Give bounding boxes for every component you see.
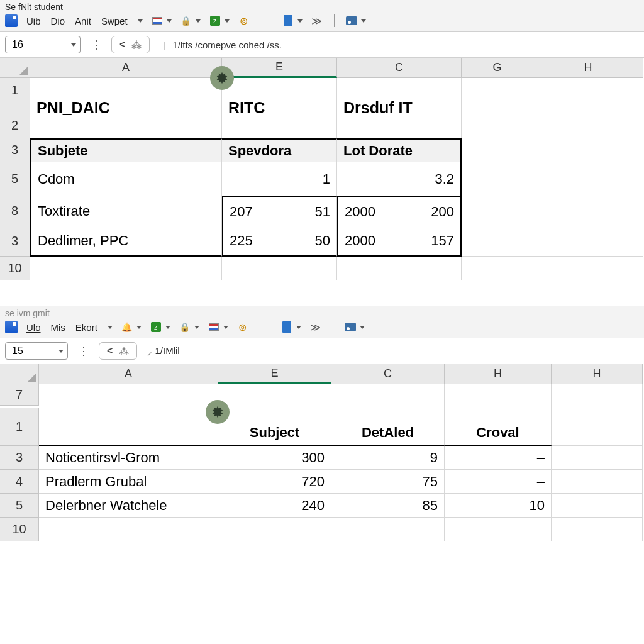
brush-icon[interactable]: ⁂ <box>119 345 129 357</box>
cell-G9[interactable] <box>462 226 533 257</box>
toolbar-flag-2[interactable] <box>207 320 228 334</box>
menu-dio[interactable]: Dio <box>50 16 67 26</box>
cell-E3-2[interactable]: 300 <box>218 446 331 470</box>
select-all-corner-2[interactable] <box>0 364 39 384</box>
cell-H8[interactable] <box>533 196 643 226</box>
cell-A3-2[interactable]: Noticentirsvl-Grom <box>39 446 218 470</box>
vertical-dots-icon[interactable]: ⋮ <box>87 38 105 52</box>
cell-H5b-2[interactable] <box>552 494 643 518</box>
toolbar-green[interactable]: z <box>208 14 230 28</box>
cell-C3-2[interactable]: 9 <box>331 446 445 470</box>
cell-H7b-2[interactable] <box>552 384 643 408</box>
toolbar-doc[interactable] <box>281 14 303 28</box>
menu-swpet[interactable]: Swpet <box>100 16 129 26</box>
select-all-corner[interactable] <box>0 58 30 78</box>
cell-G10[interactable] <box>462 257 533 280</box>
cell-C8[interactable]: 2000 200 <box>337 196 462 226</box>
cell-G5[interactable] <box>462 162 533 196</box>
row-header-10b[interactable]: 10 <box>0 518 39 541</box>
row-header-7[interactable]: 7 <box>0 384 39 406</box>
cell-E5-2[interactable]: 240 <box>218 494 331 518</box>
cell-C5[interactable]: 3.2 <box>337 162 462 196</box>
formula-bar[interactable]: | 1/ltfs /comepve cohed /ss. <box>156 40 639 50</box>
toolbar-globe[interactable]: ⊚ <box>237 14 251 28</box>
menu-caret-icon[interactable] <box>138 19 143 23</box>
cell-E10[interactable] <box>222 257 337 280</box>
spreadsheet-grid[interactable]: A E C G H 1 2 PNI_DAIC RITC Drsduf IT 3 … <box>0 58 644 280</box>
col-header-E[interactable]: E <box>222 58 337 78</box>
menu-anit[interactable]: Anit <box>74 16 92 26</box>
cell-E7-2[interactable] <box>218 384 331 408</box>
cell-E3[interactable]: Spevdora <box>222 138 337 162</box>
cell-E1[interactable]: RITC <box>222 78 337 138</box>
cell-H4-2[interactable]: – <box>445 470 552 494</box>
cell-C4-2[interactable]: 75 <box>331 470 445 494</box>
cell-A5[interactable]: Cdom <box>30 162 222 196</box>
cell-A8[interactable]: Toxtirate <box>30 196 222 226</box>
toolbar-doc-2[interactable] <box>280 320 301 334</box>
cell-H3[interactable] <box>533 138 643 162</box>
app-icon[interactable] <box>5 321 18 333</box>
menu-caret-icon[interactable] <box>108 326 113 329</box>
cell-H9[interactable] <box>533 226 643 257</box>
cell-C3[interactable]: Lot Dorate <box>337 138 462 162</box>
toolbar-share-2[interactable] <box>309 320 323 334</box>
cell-E10-2[interactable] <box>218 518 331 541</box>
cell-C10[interactable] <box>337 257 462 280</box>
row-header-5b[interactable]: 5 <box>0 494 39 518</box>
cell-C5-2[interactable]: 85 <box>331 494 445 518</box>
row-header-8[interactable]: 8 <box>0 196 30 226</box>
cell-A1-2[interactable] <box>39 408 218 446</box>
formula-bar-2[interactable]: ⸝ 1/IMlil <box>143 345 639 357</box>
toolbar-share[interactable] <box>310 14 324 28</box>
cell-A1[interactable]: PNI_DAIC <box>30 78 222 138</box>
col-header-A-2[interactable]: A <box>39 364 218 384</box>
row-header-4b[interactable]: 4 <box>0 470 39 494</box>
cell-A5-2[interactable]: Delerbner Watchele <box>39 494 218 518</box>
col-header-E-2[interactable]: E <box>218 364 331 384</box>
cell-H10b-2[interactable] <box>552 518 643 541</box>
less-than-icon[interactable]: < <box>119 39 125 50</box>
col-header-A[interactable]: A <box>30 58 222 78</box>
row-header-1-2[interactable]: 1 2 <box>0 78 30 138</box>
toolbar-picture[interactable] <box>345 14 366 28</box>
toolbar-lock[interactable] <box>179 14 201 28</box>
col-header-C-2[interactable]: C <box>331 364 445 384</box>
menu-mis[interactable]: Mis <box>50 322 67 333</box>
cell-A4-2[interactable]: Pradlerm Grubal <box>39 470 218 494</box>
toolbar-picture-2[interactable] <box>343 320 365 334</box>
cell-A10[interactable] <box>30 257 222 280</box>
toolbar-globe-2[interactable]: ⊚ <box>236 320 250 334</box>
toolbar-green-2[interactable]: z <box>149 320 170 334</box>
row-header-3[interactable]: 3 <box>0 138 30 162</box>
cell-H3b-2[interactable] <box>552 446 643 470</box>
cell-H7-2[interactable] <box>445 384 552 408</box>
col-header-C[interactable]: C <box>337 58 462 78</box>
cell-C9[interactable]: 2000 157 <box>337 226 462 257</box>
cell-H5[interactable] <box>533 162 643 196</box>
toolbar-lock-2[interactable] <box>178 320 199 334</box>
cell-H10[interactable] <box>533 257 643 280</box>
name-box[interactable]: 16 <box>5 36 80 53</box>
cell-G1[interactable] <box>462 78 533 138</box>
cell-H5-2[interactable]: 10 <box>445 494 552 518</box>
cell-H3-2[interactable]: – <box>445 446 552 470</box>
row-header-10[interactable]: 10 <box>0 257 30 280</box>
cell-H10-2[interactable] <box>445 518 552 541</box>
row-header-1b[interactable]: 1 <box>0 408 39 446</box>
cell-E4-2[interactable]: 720 <box>218 470 331 494</box>
cell-A7-2[interactable] <box>39 384 218 408</box>
cell-C7-2[interactable] <box>331 384 445 408</box>
cell-H1[interactable] <box>533 78 643 138</box>
brush-icon[interactable]: ⁂ <box>131 39 142 51</box>
row-header-3b[interactable]: 3 <box>0 446 39 470</box>
cell-A10-2[interactable] <box>39 518 218 541</box>
cell-H1b-2[interactable] <box>552 408 643 446</box>
cell-E9[interactable]: 225 50 <box>222 226 337 257</box>
cell-A3[interactable]: Subjete <box>30 138 222 162</box>
spreadsheet-grid-2[interactable]: A E C H H 7 1 Subject DetAled Croval 3 N… <box>0 364 644 541</box>
toolbar-flag[interactable] <box>150 14 172 28</box>
row-header-5[interactable]: 5 <box>0 162 30 196</box>
menu-ekort[interactable]: Ekort <box>74 322 99 333</box>
menu-ulo[interactable]: Ulo <box>25 322 42 333</box>
